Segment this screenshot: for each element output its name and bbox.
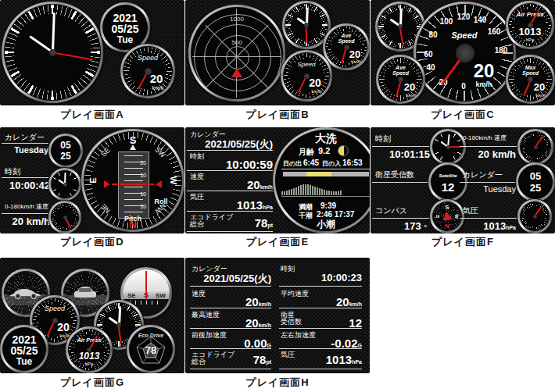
screen-panel-a: 2021 05/25 Tue Speed 20 km/h: [0, 0, 184, 105]
gauge-value: 20: [150, 72, 163, 85]
degree-sign: °: [424, 223, 427, 231]
compass-needle: [442, 211, 452, 220]
value-text: 2021/05/25(火): [203, 273, 271, 284]
speedo-tick-label: 160: [488, 27, 501, 36]
screen-panel-e: カレンダー 2021/05/25(火) 時刻 10:00:59 速度 20km/…: [185, 127, 370, 233]
tide-baseline: [281, 196, 370, 197]
value-unit: hPa: [352, 359, 362, 365]
value-text: 1013: [483, 220, 506, 232]
value-text: 20: [245, 295, 259, 308]
gauge-value: 1013: [79, 351, 100, 362]
speed-gauge: [48, 201, 81, 233]
radar-range-outer: 1000: [230, 16, 244, 23]
speedo-tick-label: 100: [440, 17, 453, 26]
compass-dial: S N E W SE SW NE NW 20 10 10 20: [81, 129, 184, 232]
value-text: 20: [247, 178, 260, 191]
date-dial: 2021 05/25 Tue: [0, 325, 48, 373]
gauge-title: Ave Speed: [334, 33, 359, 44]
low-tide-label: 干潮: [299, 211, 313, 221]
panel-g-caption: プレイ画面G: [0, 376, 184, 389]
roll-pointer-right: [156, 180, 162, 188]
gauge-unit: km/h: [406, 93, 416, 98]
moon-phase-icon: [338, 145, 349, 156]
eco-value: 78: [145, 344, 156, 356]
speedo-tick-label: 140: [474, 16, 487, 24]
speedo-value: 20: [474, 60, 495, 82]
gauge-unit: hPa: [526, 37, 535, 42]
value-text: 10:00:23: [321, 272, 362, 283]
divider: [279, 348, 362, 349]
heading-marker: [130, 144, 136, 150]
compass-value: 173 °: [372, 220, 427, 232]
screen-panel-b: 1000 500 Ave Speed 20 km/h: [185, 0, 370, 105]
value-text: 20: [336, 295, 349, 308]
speed-value: 20 km/h: [2, 216, 50, 227]
air-press-gauge: Air Press 1013 hPa: [506, 1, 554, 49]
value-unit: hPa: [263, 205, 273, 210]
radar-heading-arrow: [231, 68, 242, 77]
date-dial: 05 25: [48, 134, 83, 168]
tide-dial: 大洗 月齢 9.2 日の出 6:45 日の入 16:53 満潮 9:39 干潮 …: [273, 127, 370, 233]
compass-label: コンパス: [375, 205, 407, 216]
divider: [187, 191, 273, 191]
pitch-ladder: 20 10 10 20: [118, 151, 149, 219]
panel-a-caption: プレイ画面A: [0, 109, 184, 121]
moon-age-value: 9.2: [318, 146, 330, 155]
eco-title: Eco Drive: [138, 333, 163, 338]
divider: [190, 308, 271, 308]
gauge-value: 20: [534, 81, 545, 93]
divider: [460, 182, 517, 183]
pressure-gauge: [517, 199, 552, 233]
time-value: 10:00:42: [2, 180, 50, 191]
row-value: 1013hPa: [188, 198, 273, 212]
panel-f-caption: プレイ画面F: [371, 236, 555, 248]
time-label: 時刻: [5, 166, 20, 177]
speed-gauge: [517, 129, 553, 165]
weekday-value: Tuesday: [2, 145, 48, 155]
date-weekday: Tue: [16, 356, 32, 367]
value-unit: pt: [266, 359, 271, 365]
row-value: 10:00:59: [188, 158, 273, 171]
sunrise-label: 日の出: [283, 159, 302, 168]
clock-hub: [49, 49, 56, 56]
pitch-scale: 20: [140, 160, 146, 166]
screen-panel-f: 時刻 10:01:15 0-180km/h 速度 20 km/h 衛星受信数 S…: [371, 127, 555, 233]
analog-clock: [48, 168, 81, 201]
divider: [190, 348, 271, 349]
value-text: 173: [404, 220, 421, 232]
divider: [187, 170, 273, 171]
gauge-title: Speed: [297, 61, 315, 68]
row-value: 20km/h: [190, 295, 271, 308]
value-text: 78: [253, 353, 267, 366]
value-text: 1013: [237, 198, 263, 212]
value-unit: pt: [267, 223, 273, 228]
ave-speed-gauge: Ave Speed 20 km/h: [323, 23, 370, 70]
compass-south: S: [446, 205, 449, 210]
divider: [190, 328, 271, 329]
tide-name: 小潮: [317, 218, 335, 231]
value-unit: hPa: [506, 225, 516, 230]
gauge-unit: km/h: [311, 89, 321, 94]
value-text: 78: [255, 216, 268, 230]
divider: [460, 218, 517, 219]
gauge-unit: hPa: [85, 362, 94, 366]
speed-label: 0-180km/h 速度: [5, 202, 48, 211]
compass-ticks: [130, 301, 163, 305]
divider: [279, 308, 362, 308]
divider: [372, 218, 430, 219]
ave-speed-gauge: Ave Speed 20 km/h: [376, 55, 425, 104]
pitch-label: Pitch: [124, 215, 141, 223]
date-month: 05: [530, 170, 541, 182]
max-speed-gauge: Max Speed 20 km/h: [506, 55, 555, 104]
tide-place: 大洗: [315, 132, 337, 146]
tide-dot-row: [286, 198, 366, 201]
divider: [2, 213, 48, 214]
date-monthday: 05/25: [10, 344, 38, 357]
car-side-icon: [9, 287, 43, 300]
pitch-scale: 20: [140, 204, 146, 209]
panel-c-caption: プレイ画面C: [371, 109, 555, 121]
calendar-label: カレンダー: [463, 169, 503, 180]
value-unit: km/h: [259, 301, 271, 307]
row-value: 78pt: [190, 353, 271, 366]
divider: [372, 182, 430, 183]
